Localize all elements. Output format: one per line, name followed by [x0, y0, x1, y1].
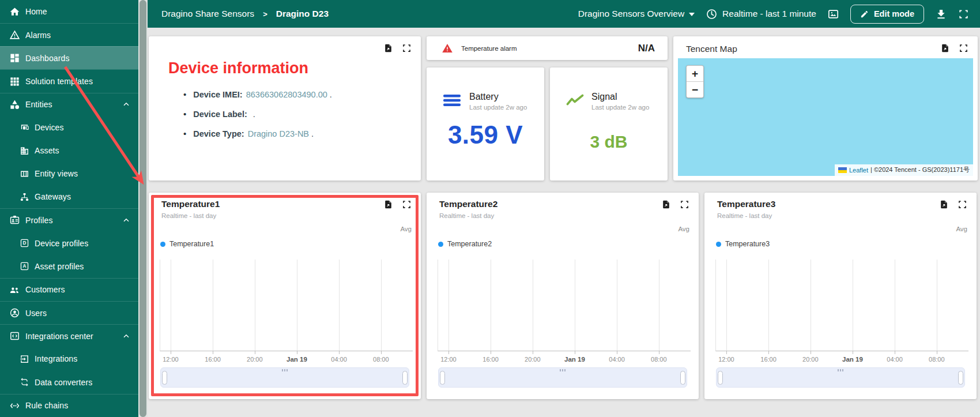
- chart-title: Temperature2: [439, 199, 497, 209]
- chart-timewindow: Realtime - last day: [439, 212, 494, 219]
- chart-legend[interactable]: Temperature3: [716, 240, 770, 248]
- chart-plot-area[interactable]: 12:0016:0020:00Jan 1904:0008:00: [715, 260, 968, 351]
- axis-tick-label: 12:00: [440, 356, 457, 363]
- sidebar-item-profiles[interactable]: Profiles: [0, 208, 138, 231]
- sidebar-item-home[interactable]: Home: [0, 0, 138, 23]
- sidebar-item-label: Assets: [35, 146, 59, 155]
- breadcrumb: Dragino Share Sensors > Dragino D23: [161, 9, 329, 19]
- chart-plot-area[interactable]: 12:0016:0020:00Jan 1904:0008:00: [438, 260, 691, 351]
- users-icon: [9, 307, 20, 318]
- axis-tick-label: 08:00: [929, 356, 945, 363]
- dashboard-state-select[interactable]: Dragino Sensors Overview: [578, 9, 695, 19]
- axis-tick-label: 04:00: [887, 356, 903, 363]
- chart-legend[interactable]: Temperature2: [438, 240, 492, 248]
- axis-tick: [811, 351, 811, 354]
- sidebar-item-alarms[interactable]: Alarms: [0, 23, 138, 46]
- sidebar-item-devices[interactable]: Devices: [0, 116, 138, 139]
- device-info-label: Device IMEI:: [193, 90, 242, 99]
- sidebar-item-entity-views[interactable]: Entity views: [0, 162, 138, 185]
- legend-dot-icon: [438, 242, 443, 247]
- gridline: [491, 260, 491, 351]
- sidebar-item-gateways[interactable]: Gateways: [0, 185, 138, 208]
- entity-views-icon: [20, 169, 29, 179]
- export-widget-icon[interactable]: [383, 200, 393, 209]
- breadcrumb-parent[interactable]: Dragino Share Sensors: [161, 9, 254, 19]
- sidebar-item-customers[interactable]: Customers: [0, 278, 138, 301]
- range-handle-right[interactable]: [680, 371, 685, 385]
- timewindow-button[interactable]: Realtime - last 1 minute: [706, 8, 816, 20]
- range-grip-icon[interactable]: [560, 369, 566, 371]
- signal-trend-icon: [566, 93, 585, 110]
- sidebar-item-asset-profiles[interactable]: AAsset profiles: [0, 255, 138, 278]
- axis-tick-label: 20:00: [247, 356, 263, 363]
- chart-plot-area[interactable]: 12:0016:0020:00Jan 1904:0008:00: [160, 260, 413, 351]
- axis-tick: [895, 351, 895, 354]
- gridline: [768, 260, 769, 351]
- edit-mode-button[interactable]: Edit mode: [850, 5, 924, 24]
- time-range-scrollbar[interactable]: [716, 367, 965, 388]
- chevron-up-icon[interactable]: [122, 100, 131, 109]
- expand-widget-icon[interactable]: [680, 200, 689, 209]
- range-grip-icon[interactable]: [838, 369, 843, 371]
- chevron-up-icon[interactable]: [122, 332, 131, 341]
- sidebar-item-solution-templates[interactable]: Solution templates: [0, 69, 138, 92]
- range-handle-left[interactable]: [162, 371, 167, 385]
- expand-widget-icon[interactable]: [959, 43, 968, 53]
- chevron-up-icon[interactable]: [122, 216, 131, 225]
- bullet-icon: •: [183, 89, 186, 99]
- bullet-icon: •: [183, 109, 186, 119]
- time-range-scrollbar[interactable]: [160, 367, 409, 388]
- data-converters-icon: [20, 377, 29, 387]
- sidebar-scrollbar[interactable]: [138, 0, 148, 417]
- gridline: [811, 260, 811, 351]
- range-handle-right[interactable]: [958, 371, 963, 385]
- map-zoom-out-button[interactable]: −: [687, 81, 703, 97]
- sidebar-item-entities[interactable]: Entities: [0, 93, 138, 116]
- solution-templates-icon: [9, 76, 20, 87]
- axis-tick-label: Jan 19: [287, 356, 307, 363]
- range-grip-icon[interactable]: [282, 369, 288, 371]
- sidebar-item-assets[interactable]: Assets: [0, 139, 138, 162]
- sidebar-item-label: Devices: [35, 123, 64, 132]
- axis-tick: [726, 351, 727, 354]
- map-zoom-in-button[interactable]: +: [687, 66, 703, 81]
- sidebar-item-users[interactable]: Users: [0, 301, 138, 324]
- entities-icon: [9, 99, 20, 110]
- sidebar-item-rule-chains[interactable]: Rule chains: [0, 394, 138, 417]
- axis-tick-label: 16:00: [483, 356, 499, 363]
- integrations-icon: [20, 354, 29, 364]
- sidebar-scrollbar-thumb[interactable]: [140, 0, 146, 417]
- sidebar-item-device-profiles[interactable]: DDevice profiles: [0, 232, 138, 255]
- chart-legend[interactable]: Temperature1: [160, 240, 214, 248]
- sidebar-item-integrations[interactable]: Integrations: [0, 347, 138, 370]
- timewindow-label: Realtime - last 1 minute: [722, 9, 816, 19]
- dashboard-image-icon[interactable]: [827, 8, 839, 20]
- top-toolbar: Dragino Share Sensors > Dragino D23 Drag…: [148, 0, 980, 28]
- breadcrumb-separator: >: [263, 10, 267, 18]
- axis-tick: [617, 351, 617, 354]
- sidebar-item-label: Device profiles: [35, 239, 88, 248]
- time-range-scrollbar[interactable]: [438, 367, 687, 388]
- sidebar-item-data-converters[interactable]: Data converters: [0, 371, 138, 394]
- fullscreen-icon[interactable]: [958, 9, 969, 20]
- gridline: [448, 260, 449, 351]
- expand-widget-icon[interactable]: [402, 43, 412, 53]
- expand-widget-icon[interactable]: [402, 200, 412, 209]
- download-icon[interactable]: [935, 8, 947, 20]
- sidebar-item-dashboards[interactable]: Dashboards: [0, 46, 138, 69]
- expand-widget-icon[interactable]: [958, 200, 967, 209]
- export-widget-icon[interactable]: [661, 200, 671, 209]
- export-widget-icon[interactable]: [940, 43, 950, 53]
- range-handle-left[interactable]: [440, 371, 445, 385]
- export-widget-icon[interactable]: [383, 43, 393, 53]
- range-handle-left[interactable]: [718, 371, 723, 385]
- range-handle-right[interactable]: [402, 371, 408, 385]
- export-widget-icon[interactable]: [939, 200, 949, 209]
- warning-triangle-icon: [442, 43, 453, 54]
- leaflet-link[interactable]: Leaflet: [849, 167, 868, 174]
- map-canvas[interactable]: + − Leaflet | ©2024 Tencent - GS(2023)11…: [678, 58, 973, 176]
- asset-profiles-icon: A: [20, 261, 29, 271]
- sidebar-item-integrations-center[interactable]: Integrations center: [0, 324, 138, 347]
- alarm-value: N/A: [638, 43, 655, 54]
- sidebar-item-label: Solution templates: [25, 77, 93, 86]
